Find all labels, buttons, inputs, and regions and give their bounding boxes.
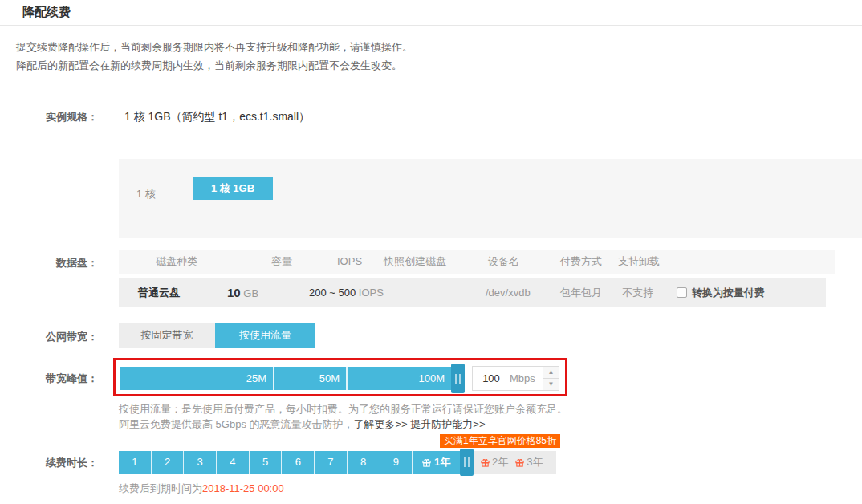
month-segment-3[interactable]: 3 [184, 451, 217, 474]
expiry-note: 续费后到期时间为2018-11-25 00:00 [119, 482, 284, 496]
convert-to-payg-label[interactable]: 转换为按量付费 [692, 278, 765, 307]
slider-segment-100m[interactable]: 100M [348, 367, 451, 390]
traffic-billing-note: 按使用流量：是先使用后付费产品，每小时扣费。为了您的服务正常运行请保证您账户余额… [119, 403, 567, 416]
page-title: 降配续费 [22, 5, 71, 20]
month-segment-6[interactable]: 6 [282, 451, 315, 474]
month-segment-1[interactable]: 1 [119, 451, 152, 474]
gift-icon [481, 458, 490, 467]
bandwidth-slider[interactable]: 25M 50M 100M [120, 367, 451, 390]
expiry-prefix: 续费后到期时间为 [119, 482, 202, 494]
col-billing: 付费方式 [560, 250, 602, 274]
renewal-gray-track: 2年 3年 [474, 451, 556, 474]
data-disk-label: 数据盘： [0, 256, 98, 270]
col-capacity: 容量 [271, 250, 292, 274]
bandwidth-input[interactable]: 100 Mbps [472, 366, 543, 391]
downgrade-renewal-page: 降配续费 提交续费降配操作后，当前剩余服务期限内将不再支持升级和降配功能，请谨慎… [0, 0, 862, 504]
slider-segment-25m[interactable]: 25M [120, 367, 274, 390]
cell-billing: 包年包月 [560, 278, 602, 307]
month-segment-7[interactable]: 7 [315, 451, 348, 474]
bandwidth-value[interactable]: 100 [473, 372, 510, 384]
promo-tooltip: 买满1年立享官网价格85折 [440, 434, 560, 448]
cell-detachable: 不支持 [622, 278, 653, 307]
renewal-slider[interactable]: 1 2 3 4 5 6 7 8 9 1年 [119, 451, 460, 474]
stepper-down-button[interactable]: ▼ [543, 379, 559, 391]
expiry-date: 2018-11-25 00:00 [202, 482, 284, 494]
col-snapshot: 快照创建磁盘 [384, 250, 446, 274]
year-2-label: 2年 [492, 455, 508, 469]
bandwidth-stepper[interactable]: ▲ ▼ [543, 366, 559, 391]
col-device-name: 设备名 [488, 250, 519, 274]
learn-more-link[interactable]: 了解更多>> [354, 418, 408, 430]
instance-spec-value: 1 核 1GB（简约型 t1，ecs.t1.small） [124, 110, 310, 124]
year-3-option[interactable]: 3年 [508, 455, 543, 469]
renewal-slider-handle[interactable] [460, 449, 474, 476]
month-segment-9[interactable]: 9 [380, 451, 413, 474]
improve-protection-link[interactable]: 提升防护能力>> [410, 418, 485, 430]
protection-note-text: 阿里云免费提供最高 5Gbps 的恶意流量攻击防护， [119, 418, 354, 430]
convert-checkbox[interactable] [677, 287, 687, 298]
month-segment-5[interactable]: 5 [250, 451, 283, 474]
cell-iops: 200 ~ 500 IOPS [309, 278, 384, 307]
gift-icon [515, 458, 524, 467]
year-1-segment[interactable]: 1年 [413, 451, 460, 474]
bandwidth-peak-label: 带宽峰值： [0, 372, 98, 386]
fixed-bandwidth-button[interactable]: 按固定带宽 [119, 323, 215, 348]
disk-table-row: 普通云盘 10 GB 200 ~ 500 IOPS /dev/xvdb 包年包月… [119, 278, 826, 307]
col-iops: IOPS [337, 250, 362, 274]
month-segment-8[interactable]: 8 [348, 451, 380, 474]
notice-line-1: 提交续费降配操作后，当前剩余服务期限内将不再支持升级和降配功能，请谨慎操作。 [16, 40, 413, 54]
iops-value: 200 ~ 500 [309, 287, 356, 299]
stepper-up-button[interactable]: ▲ [543, 367, 559, 379]
spec-selection-panel: 1 核 1 核 1GB [119, 159, 862, 238]
protection-note: 阿里云免费提供最高 5Gbps 的恶意流量攻击防护，了解更多>> 提升防护能力>… [119, 418, 486, 431]
bandwidth-unit: Mbps [510, 372, 535, 384]
capacity-unit: GB [243, 287, 258, 299]
bandwidth-slider-handle[interactable] [451, 364, 465, 393]
bandwidth-type-label: 公网带宽： [0, 330, 98, 344]
instance-spec-label: 实例规格： [0, 110, 98, 124]
capacity-value: 10 [227, 286, 241, 299]
core-count-label: 1 核 [136, 183, 156, 205]
month-segment-2[interactable]: 2 [152, 451, 185, 474]
cell-capacity: 10 GB [227, 278, 258, 308]
spec-option-button[interactable]: 1 核 1GB [193, 177, 273, 200]
traffic-based-button[interactable]: 按使用流量 [215, 323, 315, 348]
year-1-label: 1年 [434, 455, 450, 469]
notice-line-2: 降配后的新配置会在新的续费周期内生效，当前剩余服务期限内配置不会发生改变。 [16, 59, 402, 72]
year-3-label: 3年 [527, 455, 543, 469]
cell-device-name: /dev/xvdb [486, 278, 531, 307]
month-segment-4[interactable]: 4 [217, 451, 250, 474]
disk-table-header: 磁盘种类 容量 IOPS 快照创建磁盘 设备名 付费方式 支持卸载 [119, 250, 835, 274]
renewal-duration-label: 续费时长： [0, 456, 98, 470]
cell-disk-type: 普通云盘 [138, 278, 180, 307]
col-disk-type: 磁盘种类 [156, 250, 197, 274]
iops-unit: IOPS [359, 287, 384, 299]
year-2-option[interactable]: 2年 [474, 455, 508, 469]
col-detachable: 支持卸载 [618, 250, 660, 274]
slider-segment-50m[interactable]: 50M [274, 367, 348, 390]
gift-icon [422, 458, 431, 467]
title-divider [0, 25, 862, 26]
